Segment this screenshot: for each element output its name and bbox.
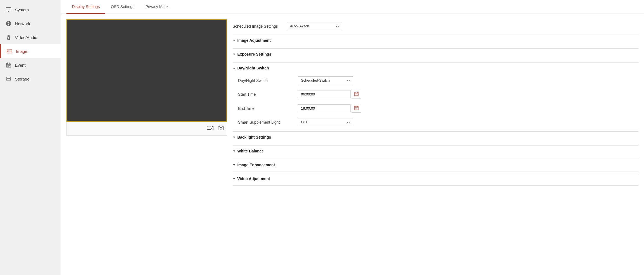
tab-osd-settings[interactable]: OSD Settings xyxy=(105,0,140,14)
section-label-white-balance: White Balance xyxy=(237,149,264,153)
divider-3 xyxy=(233,130,638,130)
supplement-light-input: OFF ON Auto xyxy=(298,118,353,126)
sidebar-label-event: Event xyxy=(15,63,25,68)
svg-point-20 xyxy=(10,79,11,80)
svg-rect-21 xyxy=(207,126,211,129)
day-night-switch-label: Day/Night Switch xyxy=(238,78,293,83)
chevron-image-adjustment: ▼ xyxy=(233,39,236,42)
sidebar-label-video-audio: Video/Audio xyxy=(15,35,37,40)
start-time-row: Start Time xyxy=(233,87,638,101)
sidebar-label-image: Image xyxy=(16,49,27,54)
svg-rect-35 xyxy=(356,108,357,108)
chevron-exposure: ▼ xyxy=(233,53,236,56)
supplement-light-row: Smart Supplement Light OFF ON Auto xyxy=(233,115,638,129)
section-day-night[interactable]: ▲ Day/Night Switch xyxy=(233,62,638,74)
chevron-white-balance: ▼ xyxy=(233,149,236,153)
supplement-light-select-wrapper: OFF ON Auto xyxy=(298,118,353,126)
day-night-switch-input: Auto-Switch Day Night Scheduled-Switch xyxy=(298,76,353,84)
network-icon xyxy=(6,20,12,27)
tabs-bar: Display Settings OSD Settings Privacy Ma… xyxy=(61,0,644,14)
chevron-image-enhancement: ▼ xyxy=(233,163,236,167)
section-label-backlight: Backlight Settings xyxy=(237,135,271,139)
divider-7 xyxy=(233,185,638,186)
supplement-light-select[interactable]: OFF ON Auto xyxy=(298,118,353,126)
day-night-switch-select[interactable]: Auto-Switch Day Night Scheduled-Switch xyxy=(298,76,353,84)
scheduled-image-select[interactable]: Auto-Switch Manual Scheduled xyxy=(287,22,342,30)
event-icon xyxy=(6,62,12,68)
sidebar-item-event[interactable]: Event xyxy=(0,58,61,72)
section-backlight-settings[interactable]: ▼ Backlight Settings xyxy=(233,131,638,143)
section-label-image-adjustment: Image Adjustment xyxy=(237,38,271,43)
settings-panel: Scheduled Image Settings Auto-Switch Man… xyxy=(233,19,638,269)
divider-1 xyxy=(233,47,638,47)
tab-privacy-mask[interactable]: Privacy Mask xyxy=(140,0,174,14)
svg-point-19 xyxy=(10,77,11,78)
svg-rect-9 xyxy=(7,49,12,53)
section-white-balance[interactable]: ▼ White Balance xyxy=(233,145,638,157)
divider-4 xyxy=(233,144,638,144)
supplement-light-label: Smart Supplement Light xyxy=(238,120,293,124)
end-time-row: End Time xyxy=(233,101,638,115)
system-icon xyxy=(6,7,12,13)
record-button[interactable] xyxy=(207,125,213,132)
end-time-label: End Time xyxy=(238,106,293,111)
start-time-field[interactable] xyxy=(298,90,351,98)
sidebar-item-image[interactable]: Image xyxy=(0,44,61,58)
day-night-switch-row: Day/Night Switch Auto-Switch Day Night S… xyxy=(233,74,638,87)
day-night-switch-select-wrapper: Auto-Switch Day Night Scheduled-Switch xyxy=(298,76,353,84)
video-controls-bar xyxy=(66,122,227,136)
start-time-calendar-btn[interactable] xyxy=(352,90,361,98)
sidebar-item-system[interactable]: System xyxy=(0,3,61,17)
section-label-image-enhancement: Image Enhancement xyxy=(237,163,275,167)
chevron-video-adjustment: ▼ xyxy=(233,177,236,180)
svg-point-23 xyxy=(220,128,222,129)
svg-point-6 xyxy=(7,37,10,39)
sidebar: System Network Video/Audio xyxy=(0,0,61,275)
start-time-input xyxy=(298,90,361,98)
scheduled-image-select-wrapper: Auto-Switch Manual Scheduled xyxy=(287,22,342,30)
sidebar-label-system: System xyxy=(15,7,29,12)
end-time-input xyxy=(298,104,361,113)
section-label-video-adjustment: Video Adjustment xyxy=(237,177,270,181)
content-area: Scheduled Image Settings Auto-Switch Man… xyxy=(61,14,644,275)
scheduled-image-row: Scheduled Image Settings Auto-Switch Man… xyxy=(233,19,638,35)
sidebar-label-storage: Storage xyxy=(15,77,30,81)
image-icon xyxy=(6,48,12,54)
tab-display-settings[interactable]: Display Settings xyxy=(66,0,105,14)
scheduled-image-label: Scheduled Image Settings xyxy=(233,24,282,28)
end-time-calendar-btn[interactable] xyxy=(352,104,361,113)
main-content: Display Settings OSD Settings Privacy Ma… xyxy=(61,0,644,275)
svg-rect-34 xyxy=(355,108,356,108)
sidebar-item-video-audio[interactable]: Video/Audio xyxy=(0,30,61,44)
divider-6 xyxy=(233,172,638,172)
video-audio-icon xyxy=(6,34,12,40)
svg-rect-29 xyxy=(356,94,357,94)
end-time-field[interactable] xyxy=(298,104,351,112)
chevron-day-night: ▲ xyxy=(233,66,236,70)
section-image-adjustment[interactable]: ▼ Image Adjustment xyxy=(233,35,638,46)
section-label-exposure: Exposure Settings xyxy=(237,52,271,56)
sidebar-label-network: Network xyxy=(15,21,30,26)
sidebar-item-storage[interactable]: Storage xyxy=(0,72,61,86)
video-preview xyxy=(66,19,227,122)
video-panel xyxy=(66,19,227,269)
divider-5 xyxy=(233,158,638,158)
section-exposure-settings[interactable]: ▼ Exposure Settings xyxy=(233,48,638,60)
storage-icon xyxy=(6,76,12,82)
sidebar-item-network[interactable]: Network xyxy=(0,17,61,30)
svg-rect-0 xyxy=(6,7,11,11)
svg-rect-11 xyxy=(6,63,11,67)
divider-2 xyxy=(233,61,638,61)
section-image-enhancement[interactable]: ▼ Image Enhancement xyxy=(233,159,638,170)
section-video-adjustment[interactable]: ▼ Video Adjustment xyxy=(233,173,638,184)
chevron-backlight: ▼ xyxy=(233,136,236,139)
svg-rect-28 xyxy=(355,94,356,94)
svg-marker-22 xyxy=(211,126,213,129)
section-label-day-night: Day/Night Switch xyxy=(237,66,269,70)
start-time-label: Start Time xyxy=(238,92,293,97)
snapshot-button[interactable] xyxy=(218,125,224,132)
